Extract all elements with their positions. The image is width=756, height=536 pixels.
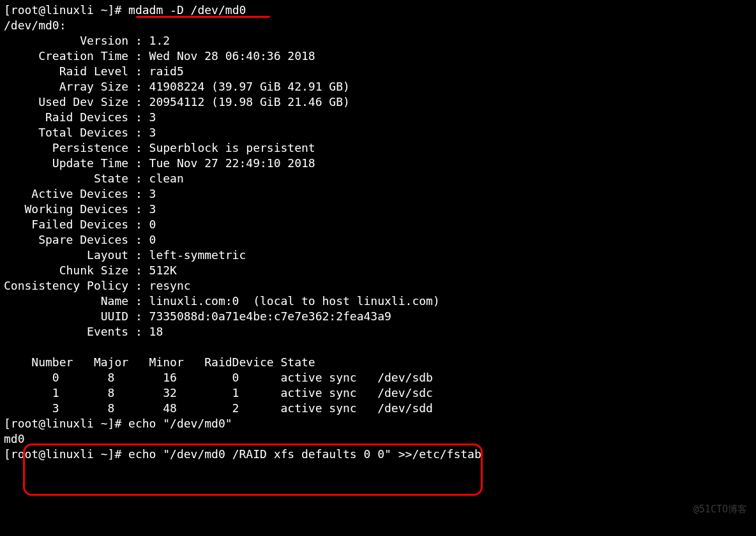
device-table-row: 1 8 32 1 active sync /dev/sdc	[4, 385, 752, 401]
detail-line: Working Devices : 3	[4, 202, 752, 217]
detail-line: Layout : left-symmetric	[4, 248, 752, 263]
annotation-box	[23, 443, 483, 496]
device-table-row: 0 8 16 0 active sync /dev/sdb	[4, 370, 752, 385]
detail-line: Total Devices : 3	[4, 125, 752, 140]
detail-line: Update Time : Tue Nov 27 22:49:10 2018	[4, 156, 752, 171]
detail-line: State : clean	[4, 171, 752, 186]
prompt-line-2[interactable]: [root@linuxli ~]# echo "/dev/md0"	[4, 416, 752, 431]
detail-line: Persistence : Superblock is persistent	[4, 140, 752, 156]
detail-line: UUID : 7335088d:0a71e4be:c7e7e362:2fea43…	[4, 309, 752, 324]
detail-line: Version : 1.2	[4, 33, 752, 48]
detail-line: Active Devices : 3	[4, 186, 752, 202]
detail-line: Array Size : 41908224 (39.97 GiB 42.91 G…	[4, 79, 752, 94]
shell-prompt: [root@linuxli ~]#	[4, 3, 128, 17]
detail-line: Failed Devices : 0	[4, 217, 752, 232]
detail-line: Consistency Policy : resync	[4, 278, 752, 294]
watermark-text: @51CTO博客	[693, 502, 747, 517]
blank-line	[4, 339, 752, 355]
detail-line: Creation Time : Wed Nov 28 06:40:36 2018	[4, 48, 752, 64]
detail-line: Events : 18	[4, 324, 752, 339]
device-table-header: Number Major Minor RaidDevice State	[4, 355, 752, 370]
detail-line: Name : linuxli.com:0 (local to host linu…	[4, 294, 752, 309]
prompt-line-1[interactable]: [root@linuxli ~]# mdadm -D /dev/md0	[4, 3, 752, 18]
detail-line: Spare Devices : 0	[4, 232, 752, 248]
detail-line: Raid Level : raid5	[4, 64, 752, 79]
detail-line: Used Dev Size : 20954112 (19.98 GiB 21.4…	[4, 94, 752, 110]
command-text: echo "/dev/md0"	[128, 417, 232, 430]
shell-prompt: [root@linuxli ~]#	[4, 417, 128, 430]
command-text: mdadm -D /dev/md0	[128, 3, 246, 17]
terminal-window: [root@linuxli ~]# mdadm -D /dev/md0 /dev…	[0, 0, 756, 536]
annotation-underline	[136, 16, 270, 18]
detail-line: Chunk Size : 512K	[4, 263, 752, 278]
device-header: /dev/md0:	[4, 18, 752, 33]
detail-line: Raid Devices : 3	[4, 110, 752, 125]
device-table-row: 3 8 48 2 active sync /dev/sdd	[4, 401, 752, 416]
